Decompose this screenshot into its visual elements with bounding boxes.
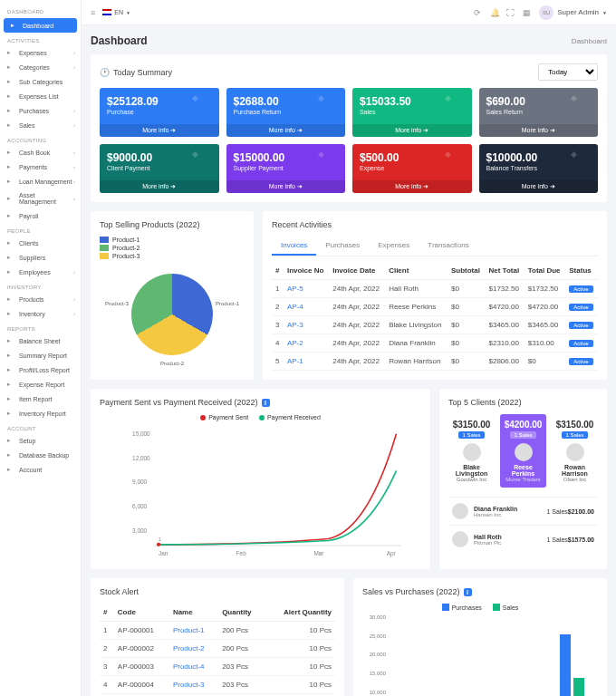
svg-text:1: 1	[159, 536, 161, 542]
nav-icon: ▸	[7, 212, 14, 219]
tab-expenses[interactable]: Expenses	[369, 237, 419, 256]
info-icon[interactable]: i	[464, 588, 472, 596]
client-card[interactable]: $3150.001 SalesRowan HarrisonOlsen Inc	[552, 414, 598, 488]
nav-icon: ▸	[7, 437, 14, 444]
more-info-link[interactable]: More info ➜	[479, 124, 599, 137]
more-info-link[interactable]: More info ➜	[479, 180, 599, 193]
sidebar-item-profit-loss-report[interactable]: ▸Profit/Loss Report	[0, 362, 81, 377]
sidebar-item-inventory-report[interactable]: ▸Inventory Report	[0, 406, 81, 420]
col-header: Total Due	[525, 262, 566, 280]
invoice-link[interactable]: AP-1	[287, 357, 303, 365]
invoice-link[interactable]: AP-3	[287, 321, 303, 329]
invoice-link[interactable]: AP-2	[287, 339, 303, 347]
stat-balance-transfers: $10000.00Balance Transfers◆More info ➜	[479, 144, 599, 193]
client-card[interactable]: $4200.001 SalesReese PerkinsMorse Trader…	[500, 414, 546, 488]
sidebar-item-dashboard[interactable]: ▸Dashboard	[4, 18, 77, 33]
sidebar-item-payments[interactable]: ▸Payments‹	[0, 160, 81, 174]
avatar: SU	[539, 5, 553, 20]
col-header: #	[100, 604, 114, 622]
sidebar-item-sales[interactable]: ▸Sales‹	[0, 118, 81, 132]
tab-invoices[interactable]: Invoices	[272, 237, 316, 256]
product-link[interactable]: Product-3	[173, 681, 205, 689]
more-info-link[interactable]: More info ➜	[352, 124, 472, 137]
bell-icon[interactable]: 🔔	[490, 8, 499, 17]
info-icon[interactable]: i	[262, 399, 270, 407]
table-row: 5AP-124th Apr, 2022Rowan Harrison$0$2806…	[272, 353, 598, 371]
nav-icon: ▸	[7, 195, 14, 202]
tab-purchases[interactable]: Purchases	[316, 237, 369, 256]
product-link[interactable]: Product-1	[173, 626, 205, 634]
more-info-link[interactable]: More info ➜	[100, 180, 219, 193]
sidebar-item-products[interactable]: ▸Products‹	[0, 292, 81, 306]
status-badge: Active	[569, 358, 592, 365]
col-header: Code	[114, 604, 169, 622]
sidebar-item-expenses-list[interactable]: ▸Expenses List	[0, 89, 81, 103]
stock-alert-panel: Stock Alert #CodeNameQuantityAlert Quant…	[91, 578, 344, 696]
tab-transactions[interactable]: Transactions	[419, 237, 478, 256]
stat-client-payment: $9000.00Client Payment◆More info ➜	[100, 144, 219, 193]
sidebar-item-categories[interactable]: ▸Categories‹	[0, 60, 81, 74]
sidebar-section: ACCOUNTING	[0, 136, 81, 145]
sidebar-item-loan-management[interactable]: ▸Loan Management‹	[0, 174, 81, 188]
grid-icon[interactable]: ▦	[523, 8, 532, 17]
nav-icon: ▸	[7, 466, 14, 473]
client-row[interactable]: Diana FranklinHansen Inc1 Sales$2100.00	[448, 497, 598, 525]
sidebar-item-expenses[interactable]: ▸Expenses‹	[0, 45, 81, 60]
invoice-link[interactable]: AP-5	[287, 285, 303, 293]
status-badge: Active	[569, 285, 592, 293]
language-selector[interactable]: EN ▼	[102, 9, 130, 15]
expand-icon[interactable]: ⛶	[506, 8, 515, 17]
nav-icon: ▸	[7, 163, 14, 170]
sidebar: DASHBOARD▸DashboardACTIVITIES▸Expenses‹▸…	[0, 0, 82, 696]
client-card[interactable]: $3150.001 SalesBlake LivingstonGoodwin I…	[448, 414, 495, 488]
refresh-icon[interactable]: ⟳	[474, 8, 483, 17]
legend-item: Payment Sent	[200, 414, 248, 420]
svg-text:Mar: Mar	[313, 550, 324, 556]
invoice-link[interactable]: AP-4	[287, 303, 303, 311]
sidebar-item-summary-report[interactable]: ▸Summary Report	[0, 348, 81, 362]
clock-icon: 🕐	[100, 68, 110, 77]
svg-text:Jan: Jan	[159, 550, 168, 556]
nav-icon: ▸	[7, 63, 14, 71]
more-info-link[interactable]: More info ➜	[226, 180, 346, 193]
sidebar-item-setup[interactable]: ▸Setup	[0, 433, 81, 448]
avatar	[463, 443, 481, 461]
sidebar-section: ACTIVITIES	[0, 36, 81, 45]
col-header: Status	[565, 262, 598, 280]
sidebar-item-payroll[interactable]: ▸Payroll	[0, 208, 81, 223]
product-link[interactable]: Product-2	[173, 644, 205, 652]
nav-icon: ▸	[11, 22, 18, 29]
sidebar-item-database-backup[interactable]: ▸Database Backup	[0, 448, 81, 462]
sidebar-item-balance-sheet[interactable]: ▸Balance Sheet	[0, 334, 81, 348]
sidebar-item-sub-categories[interactable]: ▸Sub Categories	[0, 74, 81, 89]
sidebar-item-item-report[interactable]: ▸Item Report	[0, 392, 81, 406]
sidebar-item-asset-management[interactable]: ▸Asset Management‹	[0, 188, 81, 208]
breadcrumb: Dashboard	[572, 37, 607, 45]
product-link[interactable]: Product-4	[173, 662, 205, 671]
col-header: Quantity	[218, 604, 265, 622]
more-info-link[interactable]: More info ➜	[352, 180, 472, 193]
sidebar-item-clients[interactable]: ▸Clients	[0, 236, 81, 250]
user-menu[interactable]: SU Super Admin ▼	[539, 5, 607, 20]
more-info-link[interactable]: More info ➜	[226, 124, 346, 137]
sidebar-item-suppliers[interactable]: ▸Suppliers	[0, 250, 81, 265]
stat-sales-return: $690.00Sales Return◆More info ➜	[479, 88, 599, 137]
table-row: 2AP-424th Apr, 2022Reese Perkins$0$4720.…	[272, 298, 598, 316]
nav-icon: ▸	[7, 352, 14, 359]
sidebar-item-purchases[interactable]: ▸Purchases‹	[0, 103, 81, 118]
sidebar-item-cash-book[interactable]: ▸Cash Book‹	[0, 145, 81, 160]
today-summary-card: 🕐Today Summary Today $25128.09Purchase◆M…	[91, 54, 607, 202]
menu-icon[interactable]: ≡	[91, 8, 95, 17]
sidebar-section: DASHBOARD	[0, 7, 81, 16]
client-row[interactable]: Hall RothPittman Plc1 Sales$1575.00	[448, 525, 598, 553]
sidebar-item-account[interactable]: ▸Account	[0, 462, 81, 477]
more-info-link[interactable]: More info ➜	[100, 124, 219, 137]
sidebar-item-inventory[interactable]: ▸Inventory‹	[0, 306, 81, 321]
nav-icon: ▸	[7, 310, 14, 317]
svg-text:3,000: 3,000	[132, 527, 147, 534]
svg-text:12,000: 12,000	[132, 455, 150, 461]
sidebar-item-employees[interactable]: ▸Employees‹	[0, 265, 81, 279]
sidebar-item-expense-report[interactable]: ▸Expense Report	[0, 377, 81, 392]
nav-icon: ▸	[7, 337, 14, 344]
period-select[interactable]: Today	[538, 63, 598, 81]
